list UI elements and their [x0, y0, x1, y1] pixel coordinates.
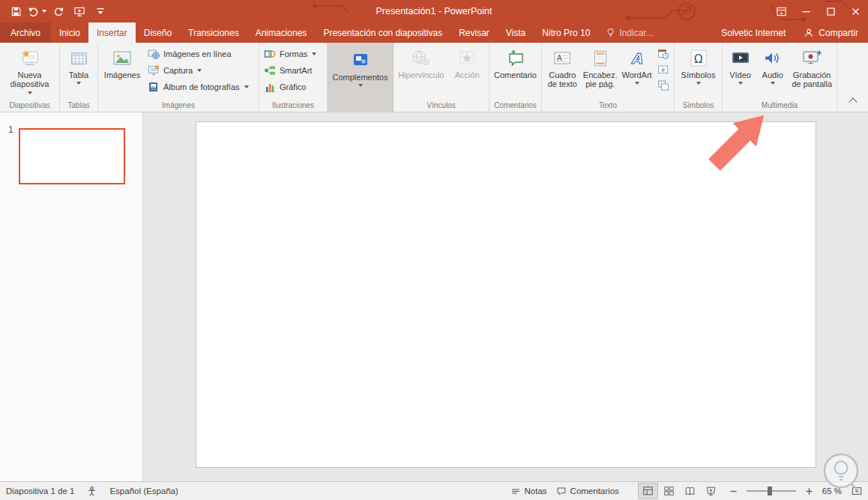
zoom-slider-thumb[interactable] — [768, 487, 772, 496]
slideshow-view-button[interactable] — [702, 484, 720, 499]
collapse-ribbon-icon[interactable] — [849, 97, 857, 106]
zoom-slider[interactable] — [747, 490, 796, 492]
comments-toggle[interactable]: Comentarios — [556, 487, 619, 496]
ribbon-group-comentarios: Comentario Comentarios — [489, 43, 542, 112]
group-label-simbolos: Símbolos — [675, 100, 722, 112]
ribbon-group-imagenes: Imágenes Imágenes en línea Captura Álbu — [98, 43, 259, 112]
notes-icon — [510, 487, 521, 496]
text-box-button[interactable]: A Cuadro de texto — [543, 44, 582, 100]
action-label: Acción — [455, 70, 480, 79]
undo-icon[interactable] — [28, 1, 46, 21]
save-icon[interactable] — [7, 1, 25, 21]
fit-slide-to-window-button[interactable] — [851, 486, 863, 496]
shapes-button[interactable]: Formas — [261, 46, 325, 61]
maximize-icon[interactable] — [819, 0, 843, 22]
group-label-tablas: Tablas — [60, 100, 97, 112]
ribbon-group-complementos: Complementos — [328, 43, 394, 112]
group-label-ilustraciones: Ilustraciones — [259, 100, 327, 112]
ribbon-right-spacer — [837, 43, 868, 112]
start-slideshow-icon[interactable] — [70, 1, 88, 21]
table-icon — [69, 46, 89, 68]
zoom-out-button[interactable] — [729, 487, 738, 496]
svg-text:A: A — [631, 50, 642, 67]
group-label-comentarios: Comentarios — [489, 100, 541, 112]
close-icon[interactable] — [843, 0, 868, 22]
photo-album-button[interactable]: Álbum de fotografías — [145, 79, 257, 94]
audio-icon — [762, 46, 783, 68]
add-ins-button[interactable]: Complementos — [329, 44, 391, 112]
symbols-button[interactable]: Ω Símbolos — [676, 44, 720, 100]
zoom-level[interactable]: 65 % — [822, 487, 842, 496]
language-indicator[interactable]: Español (España) — [109, 487, 178, 496]
slide-number-icon: # — [657, 64, 669, 76]
tab-nitro-pro[interactable]: Nitro Pro 10 — [534, 22, 598, 43]
group-label-vinculos: Vínculos — [394, 100, 489, 112]
video-button[interactable]: Vídeo — [724, 44, 756, 100]
redo-icon[interactable] — [49, 1, 67, 21]
normal-view-button[interactable] — [639, 484, 657, 499]
accessibility-checker-icon[interactable] — [86, 486, 97, 497]
action-icon — [456, 46, 477, 68]
comment-icon — [505, 46, 526, 68]
audio-button[interactable]: Audio — [756, 44, 789, 100]
smartart-button[interactable]: SmartArt — [261, 62, 325, 78]
new-slide-button[interactable]: Nueva diapositiva — [1, 44, 58, 100]
tab-insertar[interactable]: Insertar — [88, 22, 136, 43]
hyperlink-label: Hipervínculo — [398, 70, 444, 79]
notes-toggle[interactable]: Notas — [510, 487, 547, 496]
dropdown-caret-icon — [771, 82, 775, 85]
dropdown-caret-icon — [312, 52, 316, 55]
hyperlink-button: Hipervínculo — [395, 44, 447, 100]
ribbon-group-ilustraciones: Formas SmartArt Gráfico Ilustraciones — [259, 43, 328, 112]
slide-sorter-view-button[interactable] — [660, 484, 678, 499]
zoom-in-button[interactable] — [805, 487, 813, 496]
object-button[interactable] — [656, 79, 671, 92]
text-box-icon: A — [552, 46, 573, 68]
date-time-button[interactable] — [656, 47, 671, 61]
table-button[interactable]: Tabla — [61, 44, 96, 100]
status-bar: Diapositiva 1 de 1 Español (España) Nota… — [0, 481, 868, 500]
comments-label: Comentarios — [570, 487, 619, 496]
share-button[interactable]: Compartir — [794, 22, 868, 43]
add-ins-icon — [350, 49, 371, 70]
notes-label: Notas — [525, 487, 547, 496]
slide-number-button[interactable]: # — [656, 63, 671, 76]
titlebar: Presentación1 - PowerPoint — [0, 0, 868, 22]
powerpoint-window: Presentación1 - PowerPoint Archivo Inici… — [0, 0, 868, 500]
screenshot-button[interactable]: Captura — [145, 62, 257, 78]
window-title: Presentación1 - PowerPoint — [0, 0, 868, 22]
header-footer-button[interactable]: Encabez. pie pág. — [582, 44, 620, 100]
tab-solvetic-internet[interactable]: Solvetic Internet — [713, 22, 794, 43]
new-comment-button[interactable]: Comentario — [491, 44, 540, 100]
tab-transiciones[interactable]: Transiciones — [180, 22, 247, 43]
tab-archivo[interactable]: Archivo — [0, 22, 51, 43]
tell-me-box[interactable]: Indicar... — [598, 22, 660, 43]
minimize-icon[interactable] — [794, 0, 819, 22]
smartart-icon — [264, 64, 276, 76]
chart-button[interactable]: Gráfico — [261, 79, 325, 94]
customize-qat-icon[interactable] — [91, 1, 109, 21]
screenshot-icon — [148, 64, 160, 76]
slide-thumbnail[interactable] — [19, 128, 125, 184]
tab-vista[interactable]: Vista — [498, 22, 534, 43]
group-label-texto: Texto — [542, 100, 674, 112]
audio-label: Audio — [762, 70, 783, 79]
screen-recording-button[interactable]: Grabación de pantalla — [789, 44, 835, 100]
svg-text:A: A — [557, 54, 562, 62]
dropdown-caret-icon — [28, 91, 32, 94]
tab-inicio[interactable]: Inicio — [51, 22, 88, 43]
wordart-button[interactable]: A WordArt — [619, 44, 654, 100]
tab-animaciones[interactable]: Animaciones — [247, 22, 316, 43]
tab-revisar[interactable]: Revisar — [450, 22, 498, 43]
online-pictures-button[interactable]: Imágenes en línea — [145, 46, 257, 61]
dropdown-caret-icon — [696, 82, 701, 85]
reading-view-button[interactable] — [681, 484, 699, 499]
chart-label: Gráfico — [280, 82, 306, 91]
tab-presentacion-con-diapositivas[interactable]: Presentación con diapositivas — [315, 22, 450, 43]
tab-diseno[interactable]: Diseño — [136, 22, 180, 43]
ribbon-display-options-icon[interactable] — [769, 0, 794, 22]
slide-canvas[interactable] — [196, 121, 816, 468]
pictures-label: Imágenes — [104, 70, 140, 79]
window-controls — [769, 0, 868, 22]
pictures-button[interactable]: Imágenes — [100, 44, 145, 100]
